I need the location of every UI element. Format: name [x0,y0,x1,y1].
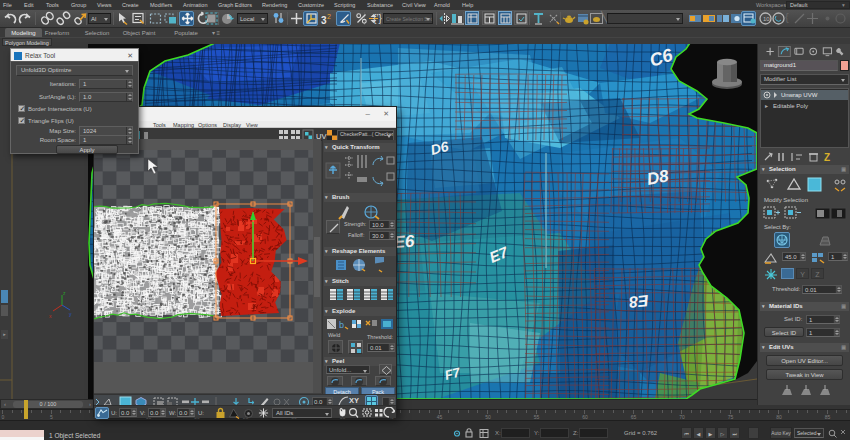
svg-text:D8: D8 [645,166,670,189]
svg-text:Z: Z [824,152,830,163]
svg-text:{’}: {’} [373,13,383,24]
svg-text:10: 10 [763,16,770,22]
svg-text:b: b [339,320,344,330]
svg-text:E8: E8 [628,292,649,311]
